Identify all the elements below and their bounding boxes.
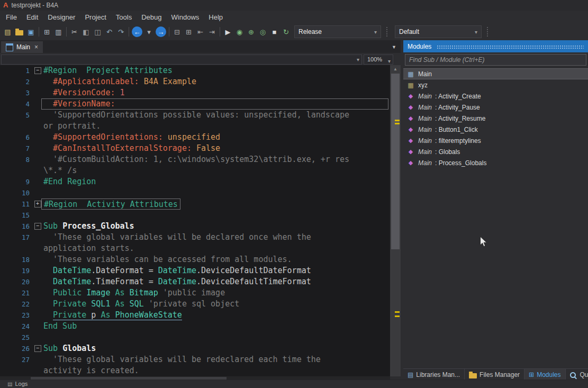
code-line-1[interactable]: 1−#Region Project Attributes	[0, 65, 390, 76]
scrollbar-thumb[interactable]	[391, 74, 400, 249]
modules-panel-header[interactable]: Modules	[403, 40, 588, 52]
code-line-6[interactable]: 6 #SupportedOrientations: unspecified	[0, 132, 390, 143]
toolbar-grip[interactable]	[386, 27, 390, 37]
code-line-25[interactable]: 25	[0, 332, 390, 343]
module-item-filteremptylines[interactable]: ◆Main: filteremptylines	[403, 135, 588, 146]
fold-gutter[interactable]: −	[32, 221, 43, 232]
menu-tools[interactable]: Tools	[111, 12, 137, 23]
dropdown-arrow-icon[interactable]: ▾	[388, 57, 391, 66]
new-project-icon[interactable]: ▤	[2, 26, 13, 38]
code-line-10[interactable]: 10	[0, 187, 390, 198]
scroll-up-arrow-icon[interactable]: ▲	[390, 65, 401, 73]
code-line-22[interactable]: 22 Private SQL1 As SQL 'private sql obje…	[0, 299, 390, 310]
lock-icon[interactable]: ◧	[80, 26, 92, 38]
comment-icon[interactable]: ⊟	[171, 26, 183, 38]
breakpoint-icon[interactable]: ◎	[257, 26, 268, 38]
zoom-dropdown[interactable]: 100% ▾	[364, 55, 393, 65]
code-line-15[interactable]: 15	[0, 210, 390, 221]
dropdown-arrow-icon[interactable]: ▾	[357, 57, 359, 62]
code-line-26[interactable]: 26−Sub Globals	[0, 343, 390, 354]
panel-tab-quic[interactable]: Quic	[566, 369, 588, 381]
panel-tab-files-manager[interactable]: Files Manager	[465, 369, 524, 381]
tab-main[interactable]: Main ×	[1, 41, 43, 53]
tab-close-icon[interactable]: ×	[34, 43, 38, 51]
release-combo[interactable]: Release▾	[294, 25, 381, 38]
code-line-23[interactable]: 23 Private p As PhoneWakeState	[0, 310, 390, 321]
menu-debug[interactable]: Debug	[137, 12, 166, 23]
code-line-27[interactable]: 27 'These global variables will be redec…	[0, 354, 390, 365]
code-line-18[interactable]: 18 'These variables can be accessed from…	[0, 254, 390, 265]
open-project-icon[interactable]	[14, 26, 25, 38]
panel-tab-libraries-man-[interactable]: ▤Libraries Man...	[403, 369, 465, 381]
forward-icon[interactable]: →	[156, 26, 166, 37]
code-line-7[interactable]: 7 #CanInstallToExternalStorage: False	[0, 143, 390, 154]
step-into-icon[interactable]: ⊕	[246, 26, 257, 38]
toolbar-grip[interactable]	[487, 27, 490, 37]
code-line-wrap[interactable]: application starts.	[0, 243, 390, 254]
find-sub-module-box[interactable]	[405, 54, 586, 66]
dropdown-arrow-icon[interactable]: ▾	[374, 29, 377, 35]
clean-project-icon[interactable]: ↻	[281, 26, 292, 38]
logs-tab[interactable]: ▤ Logs	[7, 381, 28, 387]
module-item-button1_click[interactable]: ◆Main: Button1_Click	[403, 124, 588, 135]
collapsed-region-box[interactable]: #Region Activity Attributes	[41, 198, 180, 210]
code-line-5[interactable]: 5 'SupportedOrientations possible values…	[0, 110, 390, 121]
code-line-wrap[interactable]: \*.* /s	[0, 165, 390, 176]
module-item-activity_pause[interactable]: ◆Main: Activity_Pause	[403, 102, 588, 113]
find-sub-module-input[interactable]	[408, 56, 583, 64]
module-item-process_globals[interactable]: ◆Main: Process_Globals	[403, 157, 588, 168]
run-icon[interactable]: ▶	[222, 26, 233, 38]
member-selector-dropdown[interactable]: ▾	[1, 55, 362, 65]
fold-gutter[interactable]: −	[32, 343, 43, 354]
code-line-9[interactable]: 9#End Region	[0, 176, 390, 187]
vertical-scrollbar[interactable]: ▲	[390, 65, 401, 376]
indent-right-icon[interactable]: ⇥	[206, 26, 218, 38]
cut-icon[interactable]: ✂	[69, 26, 80, 38]
menu-designer[interactable]: Designer	[43, 12, 80, 23]
code-line-wrap[interactable]: or portrait.	[0, 121, 390, 132]
save-icon[interactable]: ▣	[25, 26, 37, 38]
default-combo[interactable]: Default▾	[395, 25, 482, 38]
menu-project[interactable]: Project	[80, 12, 111, 23]
code-line-16[interactable]: 16−Sub Process_Globals	[0, 221, 390, 232]
tab-list-chevron-icon[interactable]: ▼	[392, 44, 396, 50]
menu-file[interactable]: File	[1, 12, 22, 23]
code-line-19[interactable]: 19 DateTime.DateFormat = DateTime.Device…	[0, 265, 390, 276]
fold-collapse-icon[interactable]: −	[34, 223, 41, 230]
menu-windows[interactable]: Windows	[167, 12, 204, 23]
code-line-20[interactable]: 20 DateTime.TimeFormat = DateTime.Device…	[0, 276, 390, 287]
module-item-main[interactable]: ▦Main	[403, 68, 588, 79]
undo-icon[interactable]: ↶	[104, 26, 115, 38]
dropdown-arrow-icon[interactable]: ▾	[475, 29, 477, 35]
fold-collapse-icon[interactable]: −	[34, 67, 41, 74]
menu-help[interactable]: Help	[204, 12, 228, 23]
code-line-wrap[interactable]: activity is created.	[0, 365, 390, 376]
panel-drag-handle[interactable]	[437, 45, 584, 50]
fold-collapse-icon[interactable]: −	[34, 345, 41, 352]
code-line-8[interactable]: 8 '#CustomBuildAction: 1, c:\windows\sys…	[0, 154, 390, 165]
code-line-11[interactable]: 11+#Region Activity Attributes	[0, 198, 390, 210]
fold-expand-icon[interactable]: +	[34, 201, 41, 207]
redo-icon[interactable]: ↷	[115, 26, 126, 38]
code-line-3[interactable]: 3 #VersionCode: 1	[0, 87, 390, 98]
copy-icon[interactable]: ◫	[92, 26, 103, 38]
menu-edit[interactable]: Edit	[22, 12, 43, 23]
code-line-17[interactable]: 17 'These global variables will be decla…	[0, 232, 390, 243]
module-item-activity_create[interactable]: ◆Main: Activity_Create	[403, 91, 588, 102]
module-item-xyz[interactable]: ▦xyz	[403, 79, 588, 91]
code-editor[interactable]: 1−#Region Project Attributes2 #Applicati…	[0, 65, 390, 376]
uncomment-icon[interactable]: ⊞	[183, 26, 194, 38]
stop-icon[interactable]: ■	[269, 26, 280, 38]
code-line-24[interactable]: 24End Sub	[0, 321, 390, 332]
code-line-2[interactable]: 2 #ApplicationLabel: B4A Example	[0, 76, 390, 87]
visual-designer-icon[interactable]: ⊞	[41, 26, 52, 38]
panel-tab-modules[interactable]: ⊞Modules	[524, 369, 565, 381]
back-icon[interactable]: ←	[132, 26, 142, 37]
module-item-activity_resume[interactable]: ◆Main: Activity_Resume	[403, 113, 588, 124]
code-line-4[interactable]: 4 #VersionName:	[0, 98, 390, 110]
compile-debug-icon[interactable]: ◉	[234, 26, 245, 38]
nav-dropdown-icon[interactable]: ▾	[143, 26, 155, 38]
module-item-globals[interactable]: ◆Main: Globals	[403, 146, 588, 157]
designer-scripts-icon[interactable]: ▥	[53, 26, 64, 38]
code-line-21[interactable]: 21 Public Image As Bitmap 'public image	[0, 287, 390, 299]
